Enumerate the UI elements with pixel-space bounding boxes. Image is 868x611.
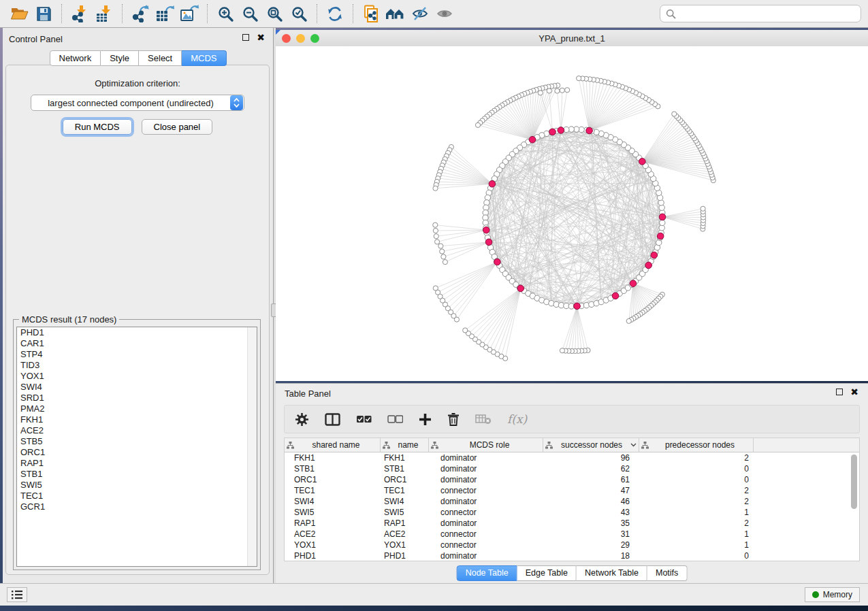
mcds-result-item[interactable]: RAP1 bbox=[17, 458, 257, 469]
float-panel-icon[interactable] bbox=[836, 389, 843, 395]
column-header-successor-nodes[interactable]: successor nodes bbox=[543, 438, 639, 452]
graph-node[interactable] bbox=[660, 220, 665, 225]
column-header-shared-name[interactable]: shared name bbox=[285, 438, 381, 452]
tab-mcds[interactable]: MCDS bbox=[182, 50, 226, 66]
graph-node[interactable] bbox=[434, 234, 438, 239]
new-network-from-selection-button[interactable] bbox=[359, 3, 383, 24]
refresh-view-button[interactable] bbox=[323, 3, 347, 24]
float-panel-icon[interactable] bbox=[242, 34, 249, 41]
tab-motifs[interactable]: Motifs bbox=[647, 565, 687, 581]
graph-mcds-node[interactable] bbox=[657, 233, 664, 240]
save-session-button[interactable] bbox=[31, 3, 56, 24]
close-window-icon[interactable] bbox=[282, 34, 291, 43]
graph-mcds-node[interactable] bbox=[483, 227, 489, 233]
graph-mcds-node[interactable] bbox=[494, 259, 501, 265]
graph-node[interactable] bbox=[565, 88, 570, 93]
split-panel-button[interactable] bbox=[325, 413, 340, 426]
select-all-rows-button[interactable] bbox=[356, 414, 372, 424]
function-builder-button[interactable]: f(x) bbox=[507, 412, 527, 426]
graph-node[interactable] bbox=[433, 222, 438, 227]
graph-node[interactable] bbox=[434, 240, 439, 244]
graph-mcds-node[interactable] bbox=[639, 159, 646, 165]
graph-node[interactable] bbox=[433, 186, 438, 191]
mcds-result-item[interactable]: STB1 bbox=[17, 469, 257, 480]
mcds-result-item[interactable]: FKH1 bbox=[17, 414, 257, 425]
run-mcds-button[interactable]: Run MCDS bbox=[63, 119, 132, 135]
mcds-result-item[interactable]: PMA2 bbox=[17, 403, 257, 414]
table-scrollbar-thumb[interactable] bbox=[851, 455, 857, 509]
column-header-predecessor-nodes[interactable]: predecessor nodes bbox=[639, 438, 754, 452]
close-panel-icon[interactable]: ✖ bbox=[850, 389, 858, 395]
graph-node[interactable] bbox=[547, 88, 551, 93]
close-panel-button[interactable]: Close panel bbox=[142, 119, 213, 135]
open-file-button[interactable] bbox=[7, 3, 31, 24]
graph-node[interactable] bbox=[560, 88, 564, 93]
mcds-result-item[interactable]: YOX1 bbox=[17, 371, 257, 382]
graph-mcds-node[interactable] bbox=[586, 127, 593, 134]
zoom-fit-button[interactable] bbox=[262, 3, 287, 24]
delete-table-button[interactable] bbox=[475, 414, 492, 425]
tab-network[interactable]: Network bbox=[49, 50, 101, 66]
graph-node[interactable] bbox=[626, 318, 631, 323]
network-view-titlebar[interactable]: YPA_prune.txt_1 bbox=[276, 30, 868, 47]
table-row[interactable]: ORC1ORC1dominator610 bbox=[285, 474, 859, 485]
zoom-selected-button[interactable] bbox=[287, 3, 311, 24]
graph-node[interactable] bbox=[538, 90, 543, 95]
tab-select[interactable]: Select bbox=[139, 50, 182, 66]
graph-mcds-node[interactable] bbox=[574, 303, 581, 310]
mcds-result-item[interactable]: STP4 bbox=[17, 349, 257, 360]
graph-node[interactable] bbox=[463, 328, 468, 333]
mcds-result-item[interactable]: ORC1 bbox=[17, 447, 257, 458]
network-graph[interactable] bbox=[276, 46, 868, 381]
tab-node-table[interactable]: Node Table bbox=[457, 565, 517, 581]
column-header-name[interactable]: name bbox=[381, 438, 429, 452]
graph-node[interactable] bbox=[441, 254, 446, 259]
minimize-window-icon[interactable] bbox=[296, 34, 305, 43]
mcds-result-item[interactable]: SWI5 bbox=[17, 480, 257, 491]
export-image-button[interactable] bbox=[177, 3, 202, 24]
graph-mcds-node[interactable] bbox=[630, 280, 637, 287]
show-all-button[interactable] bbox=[432, 3, 457, 24]
graph-node[interactable] bbox=[555, 88, 560, 93]
mcds-list-scrollbar[interactable] bbox=[247, 327, 257, 566]
status-menu-button[interactable] bbox=[7, 587, 27, 602]
graph-leaf-nodes[interactable] bbox=[433, 76, 716, 361]
tab-style[interactable]: Style bbox=[101, 50, 139, 66]
graph-mcds-node[interactable] bbox=[651, 252, 658, 259]
maximize-window-icon[interactable] bbox=[310, 34, 319, 43]
mcds-result-item[interactable]: TEC1 bbox=[17, 491, 257, 501]
mcds-result-item[interactable]: GCR1 bbox=[17, 501, 257, 512]
close-panel-icon[interactable]: ✖ bbox=[257, 34, 265, 41]
graph-node[interactable] bbox=[443, 260, 447, 265]
table-row[interactable]: ACE2ACE2connector311 bbox=[285, 529, 859, 540]
graph-node[interactable] bbox=[701, 206, 705, 211]
optimization-criterion-select[interactable]: largest connected component (undirected) bbox=[31, 95, 244, 111]
tab-network-table[interactable]: Network Table bbox=[577, 565, 647, 581]
graph-mcds-node[interactable] bbox=[517, 285, 524, 292]
mcds-result-item[interactable]: PHD1 bbox=[17, 327, 257, 338]
graph-node[interactable] bbox=[577, 76, 581, 81]
graph-node[interactable] bbox=[672, 112, 677, 116]
graph-node[interactable] bbox=[560, 348, 564, 353]
graph-node[interactable] bbox=[433, 228, 438, 233]
graph-node[interactable] bbox=[440, 249, 445, 254]
hide-selected-button[interactable] bbox=[408, 3, 432, 24]
mcds-result-item[interactable]: CAR1 bbox=[17, 338, 257, 349]
delete-columns-button[interactable] bbox=[447, 412, 460, 426]
graph-mcds-node[interactable] bbox=[645, 262, 652, 269]
graph-mcds-node[interactable] bbox=[485, 239, 492, 246]
table-row[interactable]: SWI5SWI5connector431 bbox=[285, 507, 859, 518]
export-network-button[interactable] bbox=[128, 3, 152, 24]
memory-button[interactable]: Memory bbox=[805, 587, 860, 602]
table-settings-button[interactable] bbox=[295, 412, 309, 427]
table-row[interactable]: PHD1PHD1dominator180 bbox=[285, 550, 859, 561]
mcds-result-item[interactable]: STB5 bbox=[17, 436, 257, 447]
graph-mcds-node[interactable] bbox=[659, 214, 666, 220]
column-header-mcds-role[interactable]: MCDS role bbox=[429, 438, 543, 452]
mcds-result-item[interactable]: SWI4 bbox=[17, 382, 257, 393]
graph-node[interactable] bbox=[438, 244, 443, 248]
mcds-result-item[interactable]: ACE2 bbox=[17, 425, 257, 436]
first-neighbors-button[interactable] bbox=[383, 3, 408, 24]
table-row[interactable]: STB1STB1dominator620 bbox=[285, 463, 859, 474]
network-canvas[interactable] bbox=[276, 46, 868, 381]
